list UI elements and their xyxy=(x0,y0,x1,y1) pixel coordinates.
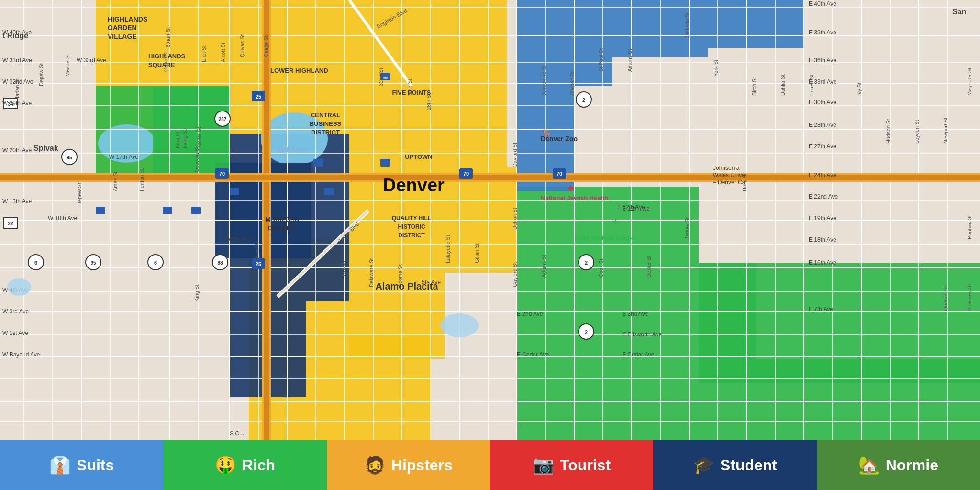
svg-text:GARDEN: GARDEN xyxy=(108,24,137,32)
svg-text:Osage St: Osage St xyxy=(263,35,269,57)
normie-label: Normie xyxy=(886,457,938,474)
svg-text:6: 6 xyxy=(154,260,157,266)
svg-text:W 20th Ave: W 20th Ave xyxy=(2,147,32,154)
svg-rect-6 xyxy=(349,167,517,273)
svg-text:E Ellsworth Ave: E Ellsworth Ave xyxy=(622,331,662,338)
svg-text:W 33rd Ave: W 33rd Ave xyxy=(2,57,32,64)
svg-rect-117 xyxy=(380,73,390,80)
svg-text:E 12th Ave: E 12th Ave xyxy=(622,205,650,212)
svg-text:W 3rd Ave: W 3rd Ave xyxy=(2,308,29,315)
svg-rect-109 xyxy=(4,218,17,228)
svg-text:Dexter St: Dexter St xyxy=(646,256,652,278)
svg-rect-2 xyxy=(96,86,153,172)
svg-text:Gilpin St: Gilpin St xyxy=(474,243,479,263)
svg-rect-11 xyxy=(153,86,230,148)
svg-line-84 xyxy=(349,0,412,86)
svg-rect-89 xyxy=(215,168,229,179)
svg-text:W 29th Ave: W 29th Ave xyxy=(2,100,32,107)
svg-text:Johnson a: Johnson a xyxy=(713,165,740,171)
nav-item-rich[interactable]: 🤑 Rich xyxy=(163,440,326,490)
svg-point-246 xyxy=(7,278,31,296)
svg-text:Delaware St: Delaware St xyxy=(368,258,374,287)
nav-item-tourist[interactable]: 📷 Tourist xyxy=(490,440,653,490)
svg-point-247 xyxy=(440,313,479,337)
svg-text:Jackson St: Jackson St xyxy=(684,12,690,38)
svg-text:Yuma St: Yuma St xyxy=(254,243,259,263)
svg-text:Spivak: Spivak xyxy=(33,144,58,152)
svg-text:Leyden St: Leyden St xyxy=(914,120,920,144)
suits-icon: 👔 xyxy=(49,455,71,475)
svg-text:Pontiac St: Pontiac St xyxy=(967,215,972,239)
svg-text:Osceola St: Osceola St xyxy=(194,146,200,172)
svg-text:287: 287 xyxy=(219,117,227,122)
svg-text:W 40th Ave: W 40th Ave xyxy=(2,29,32,36)
svg-rect-81 xyxy=(264,0,269,440)
svg-text:Magnolia St: Magnolia St xyxy=(967,68,972,96)
svg-text:E 24th Ave: E 24th Ave xyxy=(809,172,836,178)
svg-text:W Bayaud Ave: W Bayaud Ave xyxy=(2,351,40,358)
svg-rect-83 xyxy=(0,175,980,180)
svg-text:Inca St: Inca St xyxy=(340,261,345,278)
svg-rect-20 xyxy=(230,134,349,301)
svg-text:Ivy St: Ivy St xyxy=(857,82,862,96)
svg-text:W 13th Ave: W 13th Ave xyxy=(2,198,32,205)
bottom-navigation: 👔 Suits 🤑 Rich 🧔 Hipsters 📷 Tourist 🎓 St… xyxy=(0,440,980,490)
svg-text:W 10th Ave: W 10th Ave xyxy=(48,215,77,222)
rich-label: Rich xyxy=(242,457,275,474)
svg-rect-13 xyxy=(517,263,756,359)
svg-text:W 17th Ave: W 17th Ave xyxy=(109,154,138,160)
svg-rect-85 xyxy=(252,91,265,101)
svg-text:National Jewish Health: National Jewish Health xyxy=(541,194,609,201)
map-background: 25 25 70 70 70 287 95 95 6 6 xyxy=(0,0,980,440)
nav-item-suits[interactable]: 👔 Suits xyxy=(0,440,163,490)
svg-text:Rose Medical Center: Rose Medical Center xyxy=(574,234,635,242)
svg-line-79 xyxy=(278,211,368,297)
svg-text:Depew St: Depew St xyxy=(77,183,82,206)
svg-text:30th St: 30th St xyxy=(407,79,412,96)
nav-item-student[interactable]: 🎓 Student xyxy=(653,440,816,490)
svg-rect-12 xyxy=(517,187,699,263)
hipsters-icon: 🧔 xyxy=(364,455,386,475)
svg-text:🚌: 🚌 xyxy=(383,74,389,80)
svg-text:E 36th Ave: E 36th Ave xyxy=(809,57,836,64)
svg-text:Adams St: Adams St xyxy=(541,255,546,278)
svg-point-115 xyxy=(579,324,594,339)
svg-text:E 22nd Ave: E 22nd Ave xyxy=(809,193,838,200)
svg-text:San: San xyxy=(952,8,966,16)
tourist-label: Tourist xyxy=(560,457,611,474)
svg-text:25: 25 xyxy=(256,261,261,267)
svg-text:W 33rd Ave: W 33rd Ave xyxy=(77,57,106,64)
svg-text:– Denver Ca: – Denver Ca xyxy=(713,179,746,186)
svg-rect-121 xyxy=(324,188,334,195)
svg-text:Clayton St: Clayton St xyxy=(569,71,575,96)
svg-rect-25 xyxy=(153,86,230,182)
svg-text:88: 88 xyxy=(217,260,223,266)
svg-text:Quebec St: Quebec St xyxy=(943,286,948,311)
svg-rect-80 xyxy=(262,0,271,440)
svg-text:DISTRICT: DISTRICT xyxy=(398,232,425,239)
svg-text:W 8th Ave: W 8th Ave xyxy=(225,236,251,243)
svg-rect-8 xyxy=(249,239,349,335)
svg-text:Gaylord St: Gaylord St xyxy=(512,262,518,287)
svg-text:E Cedar Ave: E Cedar Ave xyxy=(517,351,549,358)
svg-text:✚: ✚ xyxy=(567,184,574,193)
svg-rect-123 xyxy=(96,207,105,214)
svg-text:King St: King St xyxy=(194,285,200,301)
nav-item-hipsters[interactable]: 🧔 Hipsters xyxy=(327,440,490,490)
svg-point-105 xyxy=(212,255,228,270)
svg-text:34: 34 xyxy=(8,101,13,107)
svg-text:Xavier St: Xavier St xyxy=(196,127,202,148)
svg-text:32nd St: 32nd St xyxy=(378,68,384,86)
svg-rect-125 xyxy=(191,207,201,214)
nav-item-normie[interactable]: 🏡 Normie xyxy=(817,440,980,490)
svg-text:Alcott St: Alcott St xyxy=(220,43,226,62)
svg-text:70: 70 xyxy=(463,171,469,177)
svg-text:Adams St: Adams St xyxy=(627,49,633,72)
svg-rect-21 xyxy=(230,301,306,397)
svg-text:QUALITY HILL: QUALITY HILL xyxy=(392,215,431,222)
svg-text:Dahlia St: Dahlia St xyxy=(780,74,786,96)
svg-text:E 40th Ave: E 40th Ave xyxy=(809,0,836,7)
svg-text:Detroit St: Detroit St xyxy=(512,208,518,230)
svg-text:VILLAGE: VILLAGE xyxy=(108,33,137,40)
svg-text:Wales Unive: Wales Unive xyxy=(713,172,745,178)
